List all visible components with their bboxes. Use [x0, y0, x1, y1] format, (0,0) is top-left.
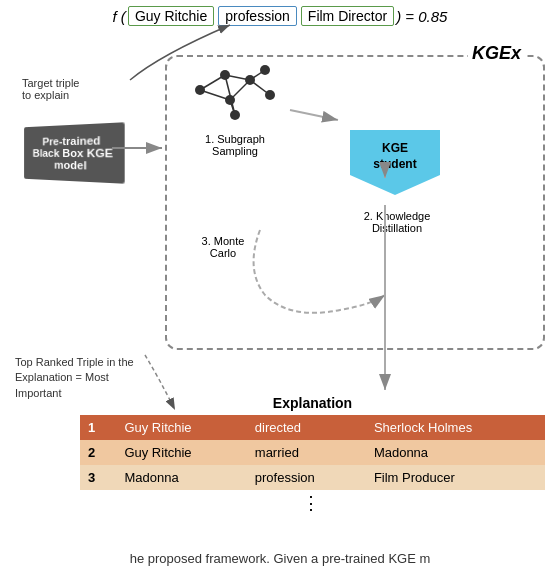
step3-label: 3. Monte Carlo: [178, 235, 268, 259]
formula-prefix: f (: [113, 8, 126, 25]
rank-cell: 2: [80, 440, 116, 465]
svg-point-9: [220, 70, 230, 80]
svg-point-10: [225, 95, 235, 105]
subject-cell: Guy Ritchie: [116, 440, 246, 465]
object-cell: Film Producer: [366, 465, 545, 490]
explanation-title: Explanation: [80, 395, 545, 411]
explanation-section: Explanation 1 Guy Ritchie directed Sherl…: [80, 395, 545, 514]
svg-point-8: [195, 85, 205, 95]
svg-point-14: [260, 65, 270, 75]
rank-cell: 3: [80, 465, 116, 490]
entity2-box: Film Director: [301, 6, 394, 26]
svg-text:KGE: KGE: [382, 141, 408, 155]
entity1-box: Guy Ritchie: [128, 6, 214, 26]
kge-student-shape: KGE student: [350, 130, 440, 195]
subject-cell: Madonna: [116, 465, 246, 490]
predicate-cell: married: [247, 440, 366, 465]
bottom-text: he proposed framework. Given a pre-train…: [0, 551, 560, 566]
svg-point-13: [265, 90, 275, 100]
rank-cell: 1: [80, 415, 116, 440]
black-box-model: Pre-trained Black Box KGE model: [24, 122, 125, 183]
table-row: 1 Guy Ritchie directed Sherlock Holmes: [80, 415, 545, 440]
table-row: 2 Guy Ritchie married Madonna: [80, 440, 545, 465]
black-box-text: Pre-trained Black Box KGE model: [29, 134, 117, 173]
svg-text:student: student: [373, 157, 416, 171]
kge-student-container: KGE student: [350, 130, 440, 195]
table-row: 3 Madonna profession Film Producer: [80, 465, 545, 490]
svg-point-11: [245, 75, 255, 85]
step1-label: 1. Subgraph Sampling: [180, 133, 290, 157]
predicate-cell: profession: [247, 465, 366, 490]
svg-point-12: [230, 110, 240, 120]
target-label: Target triple to explain: [22, 77, 152, 101]
subgraph-nodes: [175, 60, 295, 140]
subject-cell: Guy Ritchie: [116, 415, 246, 440]
step2-label: 2. Knowledge Distillation: [352, 210, 442, 234]
formula-suffix: ) = 0.85: [396, 8, 447, 25]
diagram-area: KGEx Pre-trained Black Box KGE model Tar…: [10, 35, 550, 395]
object-cell: Madonna: [366, 440, 545, 465]
formula-bar: f ( Guy Ritchie profession Film Director…: [0, 6, 560, 26]
relation-box: profession: [218, 6, 297, 26]
dots-row: ⋮: [80, 492, 545, 514]
predicate-cell: directed: [247, 415, 366, 440]
kgex-label: KGEx: [468, 43, 525, 64]
explanation-table: 1 Guy Ritchie directed Sherlock Holmes 2…: [80, 415, 545, 490]
object-cell: Sherlock Holmes: [366, 415, 545, 440]
